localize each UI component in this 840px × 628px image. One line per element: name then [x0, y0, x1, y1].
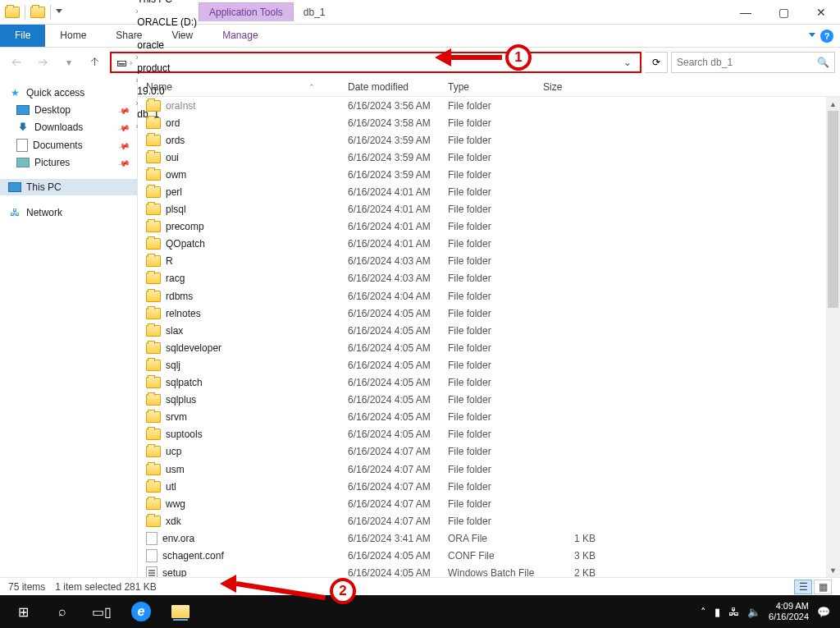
refresh-button[interactable]: ⟳	[645, 52, 668, 73]
file-row[interactable]: setup6/16/2024 4:05 AMWindows Batch File…	[138, 565, 840, 577]
file-row[interactable]: R6/16/2024 4:03 AMFile folder	[138, 253, 840, 270]
explorer-taskbar-button[interactable]	[161, 595, 200, 628]
thumbnails-view-button[interactable]: ▦	[814, 580, 832, 594]
file-row[interactable]: sqldeveloper6/16/2024 4:05 AMFile folder	[138, 339, 840, 356]
file-row[interactable]: sqlj6/16/2024 4:05 AMFile folder	[138, 356, 840, 374]
chevron-right-icon[interactable]: ›	[134, 53, 139, 62]
scroll-up-icon[interactable]: ▲	[826, 97, 840, 111]
breadcrumb-item[interactable]: oracle	[134, 39, 200, 51]
file-date: 6/16/2024 3:56 AM	[348, 100, 448, 112]
file-name: ord	[166, 117, 180, 129]
close-button[interactable]: ✕	[802, 0, 840, 25]
chevron-right-icon[interactable]: ›	[128, 58, 134, 67]
chevron-right-icon[interactable]: ›	[134, 7, 139, 16]
address-bar[interactable]: 🖴 › This PC›ORACLE (D:)›oracle›product›1…	[110, 52, 641, 73]
file-row[interactable]: ucp6/16/2024 4:07 AMFile folder	[138, 443, 840, 461]
file-type: File folder	[448, 360, 543, 371]
file-type: File folder	[448, 135, 543, 146]
file-row[interactable]: plsql6/16/2024 4:01 AMFile folder	[138, 201, 840, 218]
file-name: utl	[166, 481, 176, 493]
file-row[interactable]: sqlplus6/16/2024 4:05 AMFile folder	[138, 392, 840, 409]
search-taskbar-button[interactable]: ⌕	[43, 595, 82, 628]
breadcrumb-item[interactable]: This PC	[134, 0, 200, 5]
file-type: File folder	[448, 152, 543, 163]
sidebar-label: Documents	[33, 140, 83, 151]
file-row[interactable]: env.ora6/16/2024 3:41 AMORA File1 KB	[138, 529, 840, 547]
column-date[interactable]: Date modified	[348, 81, 448, 93]
address-dropdown-icon[interactable]: ⌄	[619, 57, 637, 68]
file-row[interactable]: xdk6/16/2024 4:07 AMFile folder	[138, 512, 840, 529]
file-row[interactable]: relnotes6/16/2024 4:05 AMFile folder	[138, 305, 840, 322]
sidebar-pictures[interactable]: Pictures 📌	[0, 154, 137, 171]
file-row[interactable]: racg6/16/2024 4:03 AMFile folder	[138, 270, 840, 287]
file-row[interactable]: sqlpatch6/16/2024 4:05 AMFile folder	[138, 374, 840, 392]
star-icon: ★	[8, 86, 21, 99]
details-view-button[interactable]: ☰	[794, 580, 812, 594]
file-row[interactable]: usm6/16/2024 4:07 AMFile folder	[138, 461, 840, 478]
file-row[interactable]: utl6/16/2024 4:07 AMFile folder	[138, 478, 840, 495]
file-row[interactable]: oui6/16/2024 3:59 AMFile folder	[138, 149, 840, 166]
volume-icon[interactable]: 🔈	[747, 606, 760, 618]
scroll-down-icon[interactable]: ▼	[826, 563, 840, 577]
help-icon[interactable]: ?	[820, 30, 833, 43]
breadcrumb-item[interactable]: ORACLE (D:)	[134, 16, 200, 28]
application-tools-tab[interactable]: Application Tools	[199, 2, 294, 21]
file-row[interactable]: suptools6/16/2024 4:05 AMFile folder	[138, 426, 840, 443]
search-box[interactable]: 🔍	[671, 52, 835, 73]
column-size[interactable]: Size	[543, 81, 609, 93]
notifications-icon[interactable]: 💬	[817, 606, 830, 618]
tab-manage[interactable]: Manage	[208, 25, 272, 47]
sidebar-documents[interactable]: Documents 📌	[0, 136, 137, 154]
tab-home[interactable]: Home	[45, 25, 101, 47]
file-row[interactable]: rdbms6/16/2024 4:04 AMFile folder	[138, 287, 840, 305]
folder-icon[interactable]	[30, 7, 45, 18]
sidebar-network[interactable]: 🖧 Network	[0, 204, 137, 222]
column-name[interactable]: Name ⌃	[138, 81, 348, 93]
start-button[interactable]: ⊞	[3, 595, 43, 628]
ribbon-collapse-icon[interactable]	[809, 33, 815, 39]
up-button[interactable]: 🡡	[84, 51, 107, 74]
file-row[interactable]: oraInst6/16/2024 3:56 AMFile folder	[138, 97, 840, 114]
sidebar-this-pc[interactable]: This PC	[0, 179, 137, 195]
file-row[interactable]: owm6/16/2024 3:59 AMFile folder	[138, 166, 840, 183]
maximize-button[interactable]: ▢	[765, 0, 802, 25]
file-name: racg	[166, 273, 185, 284]
file-icon	[146, 532, 158, 545]
file-date: 6/16/2024 4:05 AM	[348, 411, 448, 423]
file-row[interactable]: srvm6/16/2024 4:05 AMFile folder	[138, 409, 840, 426]
task-view-button[interactable]: ▭▯	[82, 595, 121, 628]
back-button[interactable]: 🡠	[5, 51, 28, 74]
file-row[interactable]: ords6/16/2024 3:59 AMFile folder	[138, 131, 840, 149]
search-input[interactable]	[677, 57, 817, 68]
scroll-thumb[interactable]	[828, 111, 838, 308]
forward-button[interactable]: 🡢	[31, 51, 54, 74]
chevron-right-icon[interactable]: ›	[134, 30, 139, 39]
file-row[interactable]: QOpatch6/16/2024 4:01 AMFile folder	[138, 236, 840, 253]
battery-icon[interactable]: ▮	[714, 606, 720, 618]
file-row[interactable]: schagent.conf6/16/2024 4:05 AMCONF File3…	[138, 547, 840, 564]
folder-icon[interactable]	[5, 7, 20, 18]
vertical-scrollbar[interactable]: ▲ ▼	[826, 97, 840, 577]
column-type[interactable]: Type	[448, 81, 543, 93]
file-name: sqlj	[166, 360, 180, 371]
file-row[interactable]: slax6/16/2024 4:05 AMFile folder	[138, 322, 840, 339]
minimize-button[interactable]: —	[727, 0, 765, 25]
qat-dropdown-icon[interactable]	[56, 9, 62, 16]
folder-icon	[146, 342, 161, 354]
sidebar-downloads[interactable]: 🡇 Downloads 📌	[0, 118, 137, 136]
tab-file[interactable]: File	[0, 25, 45, 47]
sidebar-quick-access[interactable]: ★ Quick access	[0, 84, 137, 102]
clock[interactable]: 4:09 AM 6/16/2024	[769, 601, 809, 622]
file-row[interactable]: precomp6/16/2024 4:01 AMFile folder	[138, 218, 840, 236]
ie-taskbar-button[interactable]: e	[121, 595, 161, 628]
breadcrumb-item[interactable]: product	[134, 62, 200, 74]
recent-dropdown[interactable]: ▾	[57, 51, 80, 74]
file-row[interactable]: ord6/16/2024 3:58 AMFile folder	[138, 114, 840, 131]
network-tray-icon[interactable]: 🖧	[728, 606, 739, 618]
file-row[interactable]: perl6/16/2024 4:01 AMFile folder	[138, 183, 840, 200]
tray-overflow-icon[interactable]: ˄	[701, 606, 706, 618]
sidebar-desktop[interactable]: Desktop 📌	[0, 102, 137, 118]
search-icon[interactable]: 🔍	[817, 57, 829, 68]
file-name: precomp	[166, 221, 204, 232]
file-row[interactable]: wwg6/16/2024 4:07 AMFile folder	[138, 495, 840, 512]
